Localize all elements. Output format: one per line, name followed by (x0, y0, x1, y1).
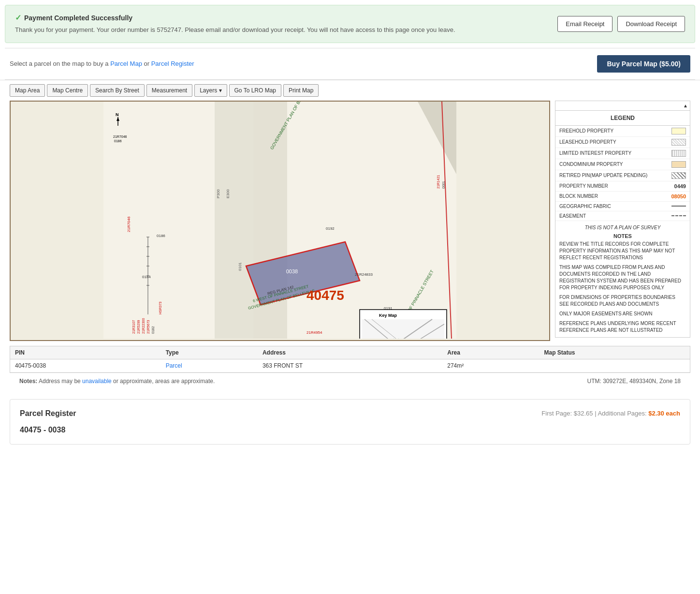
legend-retired: RETIRED PIN(MAP UPDATE PENDING) (555, 170, 690, 181)
svg-text:N: N (116, 112, 119, 117)
success-title: ✓ Payment Completed Successfully (15, 13, 557, 22)
legend-note-5: REFERENCE PLANS UNDERLYING MORE RECENT R… (559, 320, 686, 334)
legend-property-number: PROPERTY NUMBER 0449 (555, 181, 690, 192)
legend-block-number-label: BLOCK NUMBER (559, 193, 671, 199)
cell-address: 363 FRONT ST (258, 359, 442, 372)
legend-note-4: ONLY MAJOR EASEMENTS ARE SHOWN (559, 311, 686, 317)
legend-property-number-label: PROPERTY NUMBER (559, 183, 674, 189)
svg-text:0186: 0186 (114, 139, 122, 143)
success-banner: ✓ Payment Completed Successfully Thank y… (5, 5, 695, 43)
svg-text:21R5299: 21R5299 (137, 320, 140, 334)
svg-text:21R7046: 21R7046 (113, 135, 127, 138)
select-parcel-text: Select a parcel on the map to buy a Parc… (10, 60, 194, 67)
legend-leasehold-label: LEASEHOLD PROPERTY (559, 139, 668, 145)
map-centre-btn[interactable]: Map Centre (47, 84, 88, 97)
svg-text:E300: E300 (226, 189, 230, 198)
cell-pin: 40475-0038 (10, 359, 161, 372)
legend-geographic-line (671, 206, 686, 207)
svg-text:0101: 0101 (238, 262, 242, 270)
table-row: 40475-0038 Parcel 363 FRONT ST 274m² (10, 359, 690, 372)
svg-text:0184: 0184 (142, 275, 151, 279)
parcel-register-pricing: First Page: $32.65 | Additional Pages: $… (541, 410, 680, 417)
legend-freehold: FREEHOLD PROPERTY (555, 126, 690, 137)
measurement-btn[interactable]: Measurement (146, 84, 192, 97)
legend-retired-label: RETIRED PIN(MAP UPDATE PENDING) (559, 173, 668, 178)
legend-note-2: THIS MAP WAS COMPILED FROM PLANS AND DOC… (559, 264, 686, 291)
col-address: Address (258, 346, 442, 359)
buy-parcel-map-button[interactable]: Buy Parcel Map ($5.00) (597, 55, 690, 73)
legend-freehold-swatch (671, 128, 686, 134)
svg-text:0001: 0001 (442, 181, 445, 189)
search-by-street-btn[interactable]: Search By Street (90, 84, 145, 97)
svg-text:21R22300: 21R22300 (142, 318, 145, 333)
parcel-register-header: Parcel Register First Page: $32.65 | Add… (20, 409, 680, 418)
svg-rect-3 (287, 102, 456, 339)
legend-scroll-indicator: ▲ (683, 103, 688, 108)
svg-text:P300: P300 (216, 189, 220, 198)
legend-condo-swatch (671, 161, 686, 168)
col-area: Area (442, 346, 539, 359)
success-message: Thank you for your payment. Your order n… (15, 25, 557, 35)
download-receipt-button[interactable]: Download Receipt (617, 16, 685, 32)
cell-area: 274m² (442, 359, 539, 372)
success-actions: Email Receipt Download Receipt (557, 16, 685, 32)
legend-title: LEGEND (555, 111, 690, 126)
parcel-register-title: Parcel Register (20, 409, 76, 418)
parcel-pin: 40475 - 0038 (20, 426, 680, 434)
legend-condo: CONDOMINIUM PROPERTY (555, 159, 690, 170)
map-toolbar: Map Area Map Centre Search By Street Mea… (0, 80, 700, 101)
legend-property-number-value: 0449 (674, 183, 686, 189)
legend-survey-note: THIS IS NOT A PLAN OF SURVEY (559, 225, 686, 230)
parcel-register-link[interactable]: Parcel Register (151, 60, 194, 67)
legend-limited-label: LIMITED INTEREST PROPERTY (559, 150, 668, 156)
map-panel[interactable]: 0038 REG PLAN 142 6 WEST OF PINNACLE STR… (10, 101, 550, 341)
svg-text:21R3107: 21R3107 (132, 320, 135, 334)
success-title-text: Payment Completed Successfully (24, 14, 132, 22)
go-to-lro-btn[interactable]: Go To LRO Map (229, 84, 281, 97)
parcel-type-link[interactable]: Parcel (166, 362, 182, 369)
legend-leasehold-swatch (671, 139, 686, 146)
layers-btn[interactable]: Layers ▾ (194, 84, 227, 97)
cell-map-status (540, 359, 690, 372)
legend-condo-label: CONDOMINIUM PROPERTY (559, 162, 668, 167)
map-area-btn[interactable]: Map Area (10, 84, 45, 97)
parcel-map-link[interactable]: Parcel Map (110, 60, 142, 67)
map-info-table: PIN Type Address Area Map Status 40475-0… (10, 346, 690, 373)
legend-panel: ▲ LEGEND FREEHOLD PROPERTY LEASEHOLD PRO… (555, 101, 690, 338)
map-svg: 0038 REG PLAN 142 6 WEST OF PINNACLE STR… (11, 102, 549, 339)
legend-block-number-value: 08050 (671, 193, 686, 199)
legend-limited: LIMITED INTEREST PROPERTY (555, 148, 690, 159)
parcel-register-section: Parcel Register First Page: $32.65 | Add… (10, 399, 690, 445)
col-pin: PIN (10, 346, 161, 359)
legend-geographic-fabric: GEOGRAPHIC FABRIC (555, 202, 690, 211)
legend-leasehold: LEASEHOLD PROPERTY (555, 137, 690, 148)
legend-retired-swatch (671, 172, 686, 179)
col-map-status: Map Status (540, 346, 690, 359)
cell-type: Parcel (161, 359, 258, 372)
svg-text:21R4954: 21R4954 (306, 330, 322, 335)
print-map-btn[interactable]: Print Map (283, 84, 319, 97)
legend-note-1: REVIEW THE TITLE RECORDS FOR COMPLETE PR… (559, 241, 686, 261)
svg-text:Key Map: Key Map (379, 313, 397, 318)
svg-text:40475: 40475 (306, 288, 344, 303)
legend-easement: EASEMENT (555, 211, 690, 221)
svg-text:21R5673: 21R5673 (146, 320, 150, 334)
legend-geographic-label: GEOGRAPHIC FABRIC (559, 204, 668, 209)
legend-notes: THIS IS NOT A PLAN OF SURVEY NOTES REVIE… (555, 221, 690, 338)
unavailable-link[interactable]: unavailable (82, 378, 112, 385)
email-receipt-button[interactable]: Email Receipt (557, 16, 612, 32)
svg-rect-51 (362, 319, 444, 339)
col-type: Type (161, 346, 258, 359)
svg-text:21R24833: 21R24833 (355, 272, 373, 277)
svg-text:HSR373: HSR373 (159, 301, 162, 314)
legend-notes-title: NOTES (559, 233, 686, 239)
select-parcel-bar: Select a parcel on the map to buy a Parc… (0, 48, 700, 79)
legend-easement-label: EASEMENT (559, 213, 668, 219)
legend-block-number: BLOCK NUMBER 08050 (555, 192, 690, 202)
svg-text:0182: 0182 (151, 326, 155, 334)
success-banner-left: ✓ Payment Completed Successfully Thank y… (15, 13, 557, 35)
main-content: 0038 REG PLAN 142 6 WEST OF PINNACLE STR… (0, 101, 700, 346)
legend-easement-line (671, 215, 686, 216)
svg-text:0038: 0038 (286, 268, 298, 274)
legend-freehold-label: FREEHOLD PROPERTY (559, 128, 668, 134)
